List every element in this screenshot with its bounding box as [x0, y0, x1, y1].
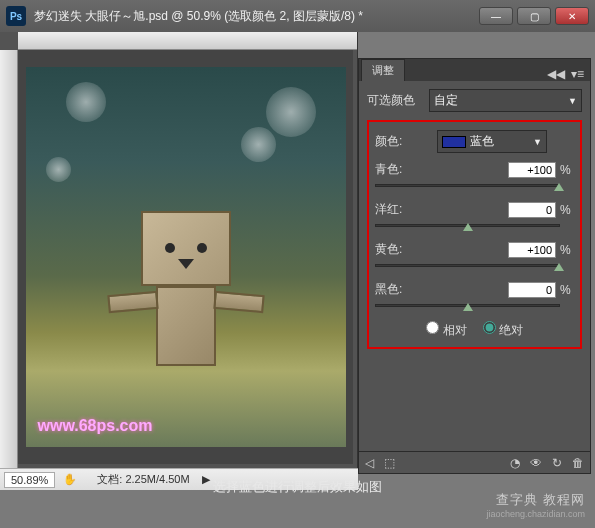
ruler-vertical: [0, 50, 18, 468]
panel-footer: ◁ ⬚ ◔ 👁 ↻ 🗑: [359, 451, 590, 473]
color-label: 颜色:: [375, 133, 431, 150]
back-icon[interactable]: ◁: [365, 456, 374, 470]
cyan-slider: 青色: %: [375, 161, 574, 187]
chevron-down-icon: ▼: [568, 96, 577, 106]
panel-menu-icon[interactable]: ▾≡: [571, 67, 584, 81]
canvas-area: www.68ps.com: [0, 32, 358, 468]
expand-icon[interactable]: ⬚: [384, 456, 395, 470]
yellow-unit: %: [560, 243, 574, 257]
canvas[interactable]: www.68ps.com: [18, 50, 353, 464]
window-controls: — ▢ ✕: [479, 7, 589, 25]
slider-thumb[interactable]: [463, 223, 473, 231]
minimize-button[interactable]: —: [479, 7, 513, 25]
black-slider: 黑色: %: [375, 281, 574, 307]
magenta-track[interactable]: [375, 224, 560, 227]
color-swatch: [442, 136, 466, 148]
maximize-button[interactable]: ▢: [517, 7, 551, 25]
magenta-slider: 洋红: %: [375, 201, 574, 227]
image-content: www.68ps.com: [26, 67, 346, 447]
tab-adjustments[interactable]: 调整: [361, 59, 405, 81]
chevron-down-icon: ▼: [533, 137, 542, 147]
panel-tabs: 调整 ◀◀ ▾≡: [359, 59, 590, 81]
ps-icon: Ps: [6, 6, 26, 26]
panel-body: 可选颜色 自定▼ 颜色: 蓝色 ▼ 青色: %: [359, 81, 590, 451]
relative-radio[interactable]: 相对: [426, 321, 466, 339]
cyan-track[interactable]: [375, 184, 560, 187]
preset-combo[interactable]: 自定▼: [429, 89, 582, 112]
title-bar: Ps 梦幻迷失 大眼仔～旭.psd @ 50.9% (选取颜色 2, 图层蒙版/…: [0, 0, 595, 32]
method-radios: 相对 绝对: [375, 321, 574, 339]
source-credit: 查字典 教程网 jiaocheng.chazidian.com: [486, 492, 585, 522]
black-value[interactable]: [508, 282, 556, 298]
magenta-unit: %: [560, 203, 574, 217]
absolute-radio[interactable]: 绝对: [483, 321, 523, 339]
adjustment-type-label: 可选颜色: [367, 92, 423, 109]
panel-collapse-icon[interactable]: ◀◀: [547, 67, 565, 81]
document-title: 梦幻迷失 大眼仔～旭.psd @ 50.9% (选取颜色 2, 图层蒙版/8) …: [34, 8, 479, 25]
slider-thumb[interactable]: [554, 263, 564, 271]
yellow-track[interactable]: [375, 264, 560, 267]
yellow-slider: 黄色: %: [375, 241, 574, 267]
visibility-icon[interactable]: 👁: [530, 456, 542, 470]
color-combo[interactable]: 蓝色 ▼: [437, 130, 547, 153]
watermark: www.68ps.com: [38, 417, 153, 435]
adjustments-panel: 调整 ◀◀ ▾≡ 可选颜色 自定▼ 颜色: 蓝色 ▼ 青色:: [358, 58, 591, 474]
yellow-value[interactable]: [508, 242, 556, 258]
cyan-unit: %: [560, 163, 574, 177]
cyan-label: 青色:: [375, 161, 508, 178]
highlight-box: 颜色: 蓝色 ▼ 青色: % 洋红: %: [367, 120, 582, 349]
magenta-value[interactable]: [508, 202, 556, 218]
delete-icon[interactable]: 🗑: [572, 456, 584, 470]
black-unit: %: [560, 283, 574, 297]
black-track[interactable]: [375, 304, 560, 307]
magenta-label: 洋红:: [375, 201, 508, 218]
danbo-figure: [141, 211, 231, 366]
reset-icon[interactable]: ↻: [552, 456, 562, 470]
yellow-label: 黄色:: [375, 241, 508, 258]
close-button[interactable]: ✕: [555, 7, 589, 25]
clip-icon[interactable]: ◔: [510, 456, 520, 470]
slider-thumb[interactable]: [554, 183, 564, 191]
cyan-value[interactable]: [508, 162, 556, 178]
black-label: 黑色:: [375, 281, 508, 298]
slider-thumb[interactable]: [463, 303, 473, 311]
ruler-horizontal: [18, 32, 357, 50]
